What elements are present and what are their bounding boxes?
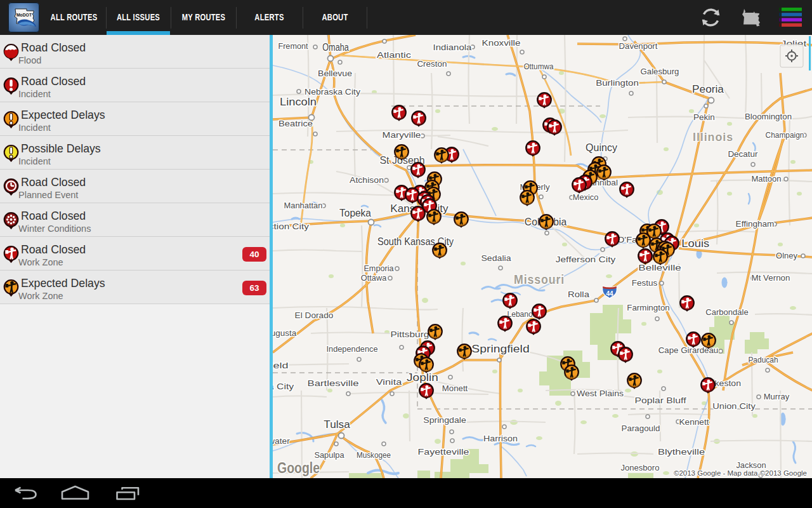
svg-text:Rolla: Rolla: [568, 290, 589, 299]
svg-text:Sapulpa: Sapulpa: [314, 450, 344, 460]
svg-text:44: 44: [606, 290, 613, 297]
svg-text:Illinois: Illinois: [693, 130, 733, 144]
svg-text:Pittsburg: Pittsburg: [391, 330, 429, 339]
svg-text:Pekin: Pekin: [693, 112, 715, 122]
svg-text:Emporia: Emporia: [363, 264, 394, 273]
svg-text:Mexico: Mexico: [573, 192, 599, 202]
svg-text:Ottumwa: Ottumwa: [523, 62, 554, 71]
svg-text:Atlantic: Atlantic: [377, 50, 411, 60]
svg-text:Jefferson City: Jefferson City: [556, 255, 616, 264]
svg-text:Union City: Union City: [712, 401, 756, 411]
svg-text:Google: Google: [277, 459, 320, 476]
svg-text:Blytheville: Blytheville: [658, 447, 705, 457]
svg-text:Bartlesville: Bartlesville: [308, 378, 359, 388]
svg-text:Harrison: Harrison: [483, 434, 518, 443]
svg-text:Fayetteville: Fayetteville: [418, 447, 469, 457]
svg-text:Springdale: Springdale: [423, 415, 466, 425]
svg-text:a City: a City: [273, 382, 294, 391]
svg-text:Knoxville: Knoxville: [482, 38, 521, 48]
svg-text:Monett: Monett: [442, 384, 468, 393]
svg-text:Junction City: Junction City: [273, 222, 309, 231]
svg-text:Kennett: Kennett: [679, 417, 709, 427]
svg-text:Beatrice: Beatrice: [278, 119, 313, 128]
svg-text:Paragould: Paragould: [622, 424, 660, 433]
svg-text:Effingham: Effingham: [736, 219, 775, 229]
svg-text:Indianola: Indianola: [433, 43, 472, 52]
svg-text:Poplar Bluff: Poplar Bluff: [635, 396, 686, 405]
svg-text:Fremont: Fremont: [278, 41, 308, 51]
svg-text:Galesburg: Galesburg: [641, 67, 679, 76]
svg-text:West Plains: West Plains: [577, 389, 624, 398]
svg-text:Jonesboro: Jonesboro: [621, 463, 660, 472]
svg-text:Lincoln: Lincoln: [280, 96, 317, 108]
svg-text:Burlington: Burlington: [596, 78, 639, 88]
svg-text:Manhattan: Manhattan: [284, 201, 323, 210]
svg-text:Nebraska City: Nebraska City: [304, 87, 360, 97]
svg-text:Davenport: Davenport: [619, 41, 658, 51]
svg-text:MoDOT: MoDOT: [16, 12, 32, 18]
svg-text:Joplin: Joplin: [407, 371, 438, 384]
svg-text:ugusta: ugusta: [273, 328, 297, 338]
svg-text:Carbondale: Carbondale: [705, 307, 749, 317]
svg-text:Mt Vernon: Mt Vernon: [752, 273, 790, 283]
svg-text:Independence: Independence: [327, 344, 378, 354]
svg-text:Mattoon: Mattoon: [751, 174, 781, 184]
svg-text:Vinita: Vinita: [376, 377, 402, 387]
svg-text:El Dorado: El Dorado: [295, 311, 334, 320]
svg-text:Champaign: Champaign: [766, 130, 804, 140]
svg-text:Murray: Murray: [764, 392, 790, 401]
svg-text:©2013 Google - Map data ©2013: ©2013 Google - Map data ©2013 Google: [674, 469, 807, 477]
svg-text:Sedalia: Sedalia: [481, 253, 511, 263]
svg-text:Springfield: Springfield: [471, 343, 529, 355]
svg-text:Quincy: Quincy: [586, 142, 617, 154]
svg-text:Atchison: Atchison: [350, 175, 384, 185]
svg-text:Creston: Creston: [417, 59, 447, 69]
svg-text:Peoria: Peoria: [692, 83, 724, 95]
svg-text:infield: infield: [273, 361, 289, 370]
svg-text:Paducah: Paducah: [748, 355, 778, 364]
svg-text:Jackson: Jackson: [736, 460, 766, 470]
svg-text:Muskogee: Muskogee: [357, 450, 391, 460]
svg-text:water: water: [273, 436, 290, 446]
svg-text:Maryville: Maryville: [383, 130, 421, 140]
svg-text:Omaha: Omaha: [322, 41, 349, 53]
svg-text:Farmington: Farmington: [627, 303, 670, 312]
svg-text:Bellevue: Bellevue: [318, 69, 352, 78]
svg-text:Bloomington: Bloomington: [745, 112, 792, 121]
svg-text:Topeka: Topeka: [339, 207, 371, 219]
svg-text:Missouri: Missouri: [514, 272, 565, 286]
svg-text:Tulsa: Tulsa: [324, 418, 350, 431]
svg-text:Olney: Olney: [776, 251, 797, 260]
svg-text:Festus: Festus: [632, 278, 658, 288]
svg-text:Ottawa: Ottawa: [361, 273, 387, 283]
svg-text:Decatur: Decatur: [728, 149, 758, 159]
